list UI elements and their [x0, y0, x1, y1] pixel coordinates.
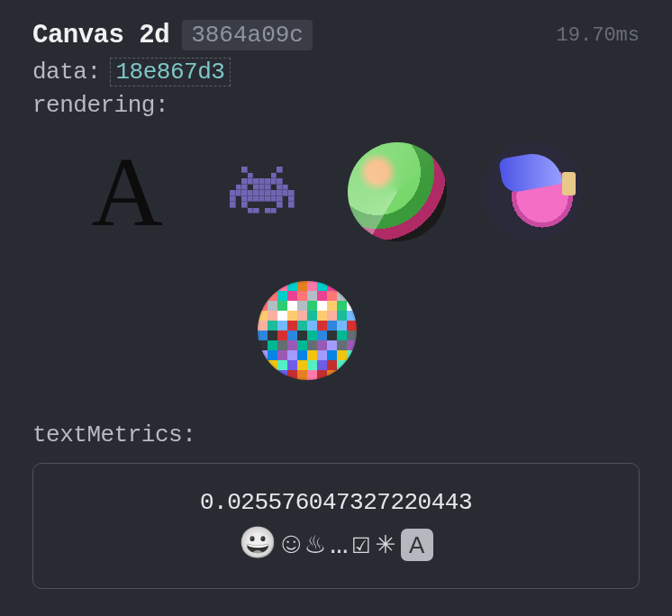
hot-springs-icon: ♨	[306, 530, 324, 560]
ellipsis-icon: …	[330, 530, 346, 560]
boxed-letter-a-icon: A	[401, 529, 433, 561]
render-samples-row-2	[32, 263, 640, 402]
smiling-face-icon: ☺	[282, 530, 300, 560]
sample-glyph-letter-a: A	[77, 142, 177, 241]
data-row: data: 18e867d3	[32, 58, 640, 86]
sample-chroma-circle-b	[483, 142, 582, 241]
header: Canvas 2d 3864a09c 19.70ms	[32, 20, 640, 50]
data-label: data:	[32, 59, 101, 86]
space-invader-icon	[230, 167, 295, 217]
eight-spoked-asterisk-icon: ✳	[376, 529, 395, 561]
rendering-label: rendering:	[32, 92, 168, 119]
grinning-face-icon: 😀	[239, 530, 277, 560]
textmetrics-glyph-row: 😀 ☺ ♨ … ☑ ✳ A	[51, 529, 621, 561]
canvas-hash-badge[interactable]: 3864a09c	[182, 20, 313, 50]
sample-pixel-noise-circle	[258, 281, 357, 380]
textmetrics-box: 0.025576047327220443 😀 ☺ ♨ … ☑ ✳ A	[32, 463, 640, 589]
textmetrics-label: textMetrics:	[32, 421, 640, 448]
sample-space-invader	[213, 142, 312, 241]
textmetrics-value: 0.025576047327220443	[51, 489, 621, 516]
letter-a-icon: A	[91, 142, 162, 241]
title-group: Canvas 2d 3864a09c	[32, 20, 313, 50]
rendering-row: rendering:	[32, 92, 640, 119]
panel-title: Canvas 2d	[32, 21, 169, 50]
render-timing: 19.70ms	[557, 24, 640, 47]
render-samples-row-1: A	[32, 124, 640, 263]
data-hash-link[interactable]: 18e867d3	[110, 58, 232, 86]
sample-chroma-circle-a	[348, 142, 447, 241]
ballot-box-check-icon: ☑	[352, 530, 370, 560]
